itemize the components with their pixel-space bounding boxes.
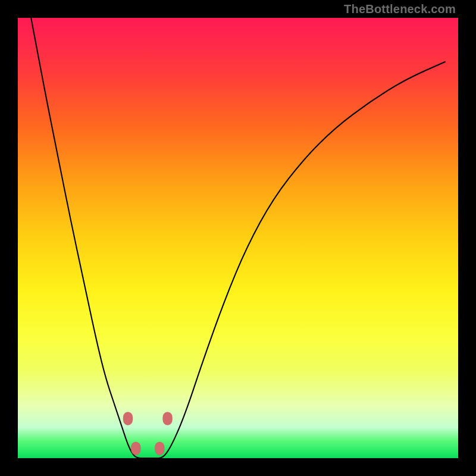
bead-left-lower: [131, 442, 140, 455]
bead-left-upper: [123, 412, 133, 425]
watermark-text: TheBottleneck.com: [344, 2, 456, 16]
bead-right-lower: [155, 442, 164, 455]
bottleneck-curve: [31, 18, 445, 458]
curve-layer: [18, 18, 458, 458]
bead-markers: [123, 412, 173, 455]
bead-right-upper: [163, 412, 173, 425]
plot-frame: [18, 18, 458, 458]
